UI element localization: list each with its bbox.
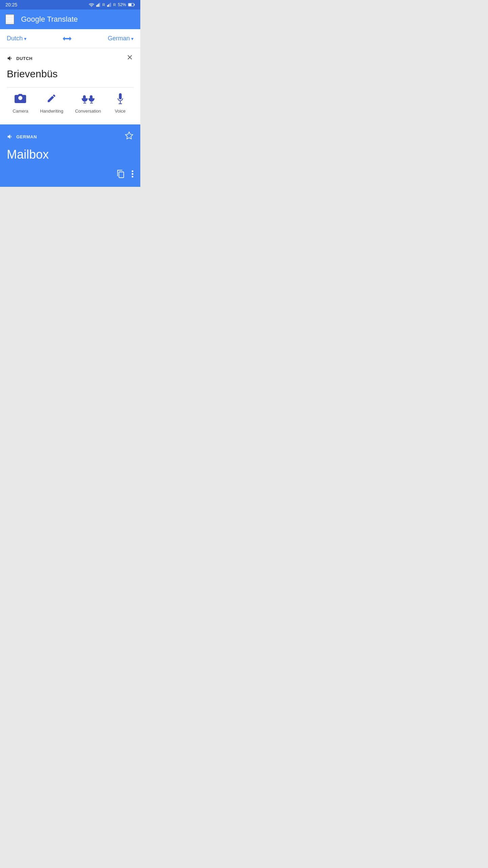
voice-icon-container — [113, 91, 128, 106]
svg-rect-18 — [120, 101, 121, 103]
voice-label: Voice — [115, 108, 126, 114]
conversation-icon-container — [81, 91, 96, 106]
svg-rect-5 — [107, 5, 108, 7]
conversation-tool[interactable]: Conversation — [75, 91, 101, 114]
target-speaker-button[interactable] — [7, 133, 14, 140]
handwriting-icon-container — [44, 91, 59, 106]
camera-label: Camera — [13, 108, 28, 114]
input-tools: Camera Handwriting — [7, 87, 134, 119]
copy-translation-button[interactable] — [117, 170, 125, 180]
copy-icon — [117, 170, 125, 178]
svg-point-0 — [91, 6, 92, 7]
source-language-label: Dutch — [7, 35, 23, 42]
app-title: Google Translate — [21, 15, 78, 24]
target-lang-label-text: GERMAN — [16, 134, 37, 139]
app-bar: Google Translate — [0, 9, 140, 29]
svg-rect-11 — [134, 4, 135, 5]
handwriting-tool[interactable]: Handwriting — [40, 91, 63, 114]
microphone-icon — [116, 93, 124, 104]
voice-tool[interactable]: Voice — [113, 91, 128, 114]
roaming-r1: R — [102, 3, 105, 7]
conversation-icon — [81, 93, 96, 103]
battery-text: 52% — [118, 2, 126, 7]
favorite-button[interactable] — [125, 131, 134, 142]
star-icon — [125, 131, 134, 140]
source-language-button[interactable]: Dutch ▾ — [7, 35, 26, 42]
svg-rect-20 — [119, 172, 124, 178]
target-speaker-icon — [7, 133, 14, 140]
close-icon — [126, 54, 134, 61]
roaming-r2: R — [113, 3, 116, 7]
status-bar: 20:25 R R 52% — [0, 0, 140, 9]
translated-text-content: Mailbox — [7, 147, 49, 161]
translate-text: Translate — [47, 15, 78, 23]
speaker-icon — [7, 55, 14, 62]
translation-actions — [7, 170, 134, 180]
signal-icon-2 — [107, 3, 111, 7]
target-language-button[interactable]: German ▾ — [108, 35, 134, 42]
status-time: 20:25 — [5, 2, 17, 7]
svg-rect-4 — [99, 3, 100, 7]
camera-tool[interactable]: Camera — [13, 91, 28, 114]
signal-icon — [96, 3, 100, 7]
source-lang-info: DUTCH — [7, 55, 33, 62]
menu-button[interactable] — [5, 14, 14, 24]
svg-point-23 — [132, 176, 134, 177]
camera-icon-container — [13, 91, 28, 106]
svg-rect-7 — [109, 3, 110, 7]
source-lang-arrow-icon: ▾ — [24, 36, 26, 41]
svg-rect-17 — [119, 93, 122, 99]
source-speaker-button[interactable] — [7, 55, 14, 62]
svg-rect-19 — [119, 103, 122, 104]
svg-rect-2 — [97, 4, 98, 7]
svg-point-21 — [132, 170, 134, 172]
wifi-icon — [89, 3, 94, 7]
svg-rect-3 — [98, 3, 99, 7]
target-language-label: German — [108, 35, 130, 42]
svg-rect-1 — [96, 5, 97, 7]
conversation-label: Conversation — [75, 108, 101, 114]
more-icon — [131, 170, 134, 178]
svg-rect-6 — [108, 4, 109, 7]
camera-icon — [14, 93, 26, 103]
translated-text: Mailbox — [7, 147, 134, 163]
clear-input-button[interactable] — [126, 54, 134, 63]
handwriting-label: Handwriting — [40, 108, 63, 114]
swap-icon — [62, 35, 72, 42]
source-lang-label-text: DUTCH — [16, 56, 33, 61]
svg-rect-14 — [6, 21, 14, 22]
target-lang-info: GERMAN — [7, 133, 37, 140]
svg-rect-13 — [6, 19, 14, 20]
input-area: DUTCH Brievenbüs Camera — [0, 48, 140, 124]
language-selector: Dutch ▾ German ▾ — [0, 29, 140, 48]
status-icons: R R 52% — [89, 2, 135, 7]
gray-background-area — [0, 187, 140, 322]
more-options-button[interactable] — [131, 170, 134, 180]
swap-languages-button[interactable] — [62, 35, 72, 42]
target-lang-arrow-icon: ▾ — [131, 36, 134, 41]
svg-rect-8 — [110, 3, 111, 7]
svg-point-22 — [132, 173, 134, 175]
pen-icon — [46, 93, 57, 103]
google-text: Google — [21, 15, 45, 23]
source-text: Brievenbüs — [7, 67, 134, 80]
svg-rect-12 — [6, 16, 14, 17]
target-lang-header: GERMAN — [7, 131, 134, 142]
source-text-content: Brievenbüs — [7, 68, 58, 79]
translation-area: GERMAN Mailbox — [0, 124, 140, 187]
battery-icon — [128, 3, 135, 7]
svg-rect-10 — [128, 3, 131, 6]
source-lang-header: DUTCH — [7, 54, 134, 63]
